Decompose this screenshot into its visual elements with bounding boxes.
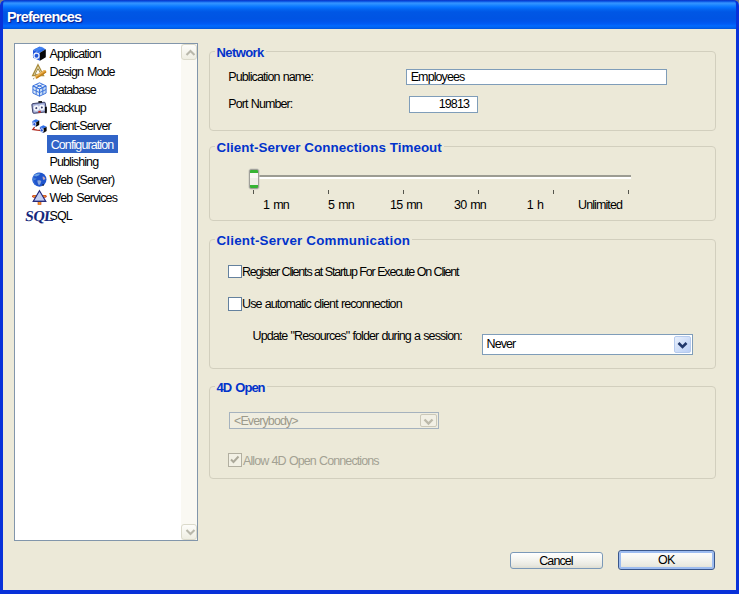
svg-text:SQL: SQL xyxy=(24,207,55,223)
